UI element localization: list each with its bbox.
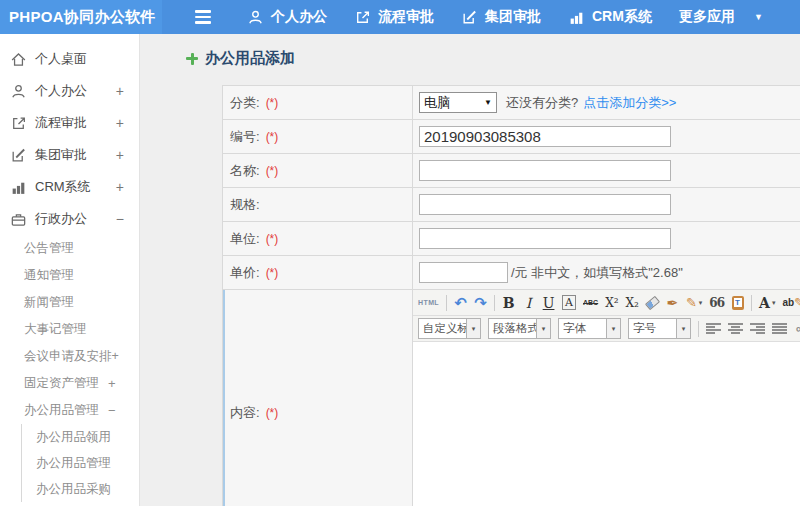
- form-row-category: 分类: (*) 电脑 ▼ 还没有分类? 点击添加分类>>: [223, 86, 800, 120]
- required-marker: (*): [266, 232, 279, 246]
- sidebar-item-announcement-mgmt[interactable]: 公告管理: [0, 235, 139, 262]
- nav-more-apps[interactable]: 更多应用 ▼: [674, 8, 768, 26]
- user-icon: [10, 83, 27, 100]
- nav-personal-office[interactable]: 个人办公: [242, 8, 332, 26]
- nav-label: CRM系统: [592, 8, 652, 26]
- main-content: 办公用品添加 分类: (*) 电脑 ▼ 还没有分类? 点击添加分类>> 编号: …: [140, 34, 800, 506]
- sidebar-item-office-supplies-manage[interactable]: 办公用品管理: [21, 450, 139, 476]
- sidebar-item-notice-mgmt[interactable]: 通知管理: [0, 262, 139, 289]
- nav-workflow-approval[interactable]: 流程审批: [349, 8, 439, 26]
- expand-icon[interactable]: +: [116, 83, 124, 99]
- expand-icon[interactable]: +: [116, 115, 124, 131]
- sidebar-item-label: 公告管理: [24, 240, 74, 257]
- name-input[interactable]: [419, 160, 671, 181]
- font-color-button[interactable]: A ▾: [759, 293, 775, 313]
- undo-icon[interactable]: ↶: [454, 293, 467, 313]
- form-row-code: 编号: (*): [223, 120, 800, 154]
- nav-group-approval[interactable]: 集团审批: [456, 8, 546, 26]
- nav-label: 集团审批: [485, 8, 541, 26]
- toolbar-separator: [494, 295, 495, 311]
- sidebar-item-personal-office[interactable]: 个人办公 +: [0, 75, 139, 107]
- html-source-button[interactable]: HTML: [418, 293, 439, 313]
- category-select[interactable]: 电脑 ▼: [419, 92, 497, 113]
- page: { "colors": { "header_blue": "#4a90df", …: [0, 0, 800, 506]
- sidebar-item-events-mgmt[interactable]: 大事记管理: [0, 316, 139, 343]
- sidebar-item-news-mgmt[interactable]: 新闻管理: [0, 289, 139, 316]
- font-family-select[interactable]: 字体 ▾: [558, 318, 621, 339]
- paste-as-text-button[interactable]: T: [731, 293, 744, 313]
- sidebar-item-label: 办公用品采购: [36, 481, 111, 498]
- spec-label: 规格:: [230, 196, 260, 214]
- form-row-content: 内容: (*) HTML ↶ ↷ B I U A ABC: [223, 290, 800, 506]
- expand-icon[interactable]: +: [116, 179, 124, 195]
- sidebar-item-label: 办公用品领用: [36, 429, 111, 446]
- align-center-icon[interactable]: [728, 323, 743, 335]
- collapse-icon[interactable]: −: [116, 211, 124, 227]
- superscript-button[interactable]: X²: [605, 293, 618, 313]
- sidebar-item-label: CRM系统: [35, 178, 91, 196]
- briefcase-icon: [10, 211, 27, 228]
- align-right-icon[interactable]: [750, 323, 765, 335]
- sidebar-item-label: 个人桌面: [35, 50, 87, 68]
- align-left-icon[interactable]: [706, 323, 721, 335]
- blockquote-button[interactable]: 66: [709, 293, 724, 313]
- dropdown-arrow-icon: ▾: [606, 319, 620, 338]
- top-bar: PHPOA协同办公软件 个人办公 流程审批: [0, 0, 800, 34]
- align-justify-icon[interactable]: [772, 323, 787, 335]
- hamburger-menu-icon[interactable]: [195, 10, 211, 23]
- home-icon: [10, 51, 27, 68]
- italic-button[interactable]: I: [522, 293, 535, 313]
- sidebar-item-office-supplies-purchase[interactable]: 办公用品采购: [21, 476, 139, 502]
- sidebar-item-fixed-assets-mgmt[interactable]: 固定资产管理 +: [0, 370, 139, 397]
- auto-typeset-button[interactable]: ✎ ▾: [686, 293, 702, 313]
- app-logo[interactable]: PHPOA协同办公软件: [0, 0, 162, 34]
- unit-input[interactable]: [419, 228, 671, 249]
- add-category-link[interactable]: 点击添加分类>>: [583, 94, 676, 112]
- sidebar-item-label: 固定资产管理: [24, 375, 99, 392]
- sidebar-item-label: 行政办公: [35, 210, 87, 228]
- select-arrow-icon: ▼: [484, 98, 492, 107]
- editor-toolbar-row1: HTML ↶ ↷ B I U A ABC X² X₂ ✒: [413, 290, 800, 316]
- sidebar-item-meeting-request[interactable]: 会议申请及安排+: [0, 343, 139, 370]
- sidebar-item-workflow-approval[interactable]: 流程审批 +: [0, 107, 139, 139]
- expand-icon[interactable]: +: [108, 376, 116, 391]
- category-selected-value: 电脑: [424, 94, 450, 112]
- caret-down-icon: ▼: [754, 12, 763, 22]
- remove-format-button[interactable]: [646, 293, 659, 313]
- pen-icon: ✎: [794, 295, 800, 310]
- sidebar-item-crm-system[interactable]: CRM系统 +: [0, 171, 139, 203]
- spec-input[interactable]: [419, 194, 671, 215]
- expand-icon[interactable]: +: [116, 147, 124, 163]
- price-input[interactable]: [419, 262, 508, 283]
- sidebar-item-personal-desktop[interactable]: 个人桌面: [0, 43, 139, 75]
- required-marker: (*): [266, 406, 279, 420]
- sidebar-item-admin-office[interactable]: 行政办公 −: [0, 203, 139, 235]
- redo-icon[interactable]: ↷: [474, 293, 487, 313]
- code-input[interactable]: [419, 126, 671, 147]
- format-brush-icon[interactable]: ✒: [666, 293, 679, 313]
- form-row-name: 名称: (*): [223, 154, 800, 188]
- code-label: 编号:: [230, 128, 260, 146]
- collapse-icon[interactable]: −: [108, 403, 116, 418]
- custom-heading-select[interactable]: 自定义标题 ▾: [418, 318, 481, 339]
- sidebar-item-office-supplies-receive[interactable]: 办公用品领用: [21, 424, 139, 450]
- paragraph-format-select[interactable]: 段落格式 ▾: [488, 318, 551, 339]
- required-marker: (*): [266, 130, 279, 144]
- highlight-color-button[interactable]: ab ✎ ▾: [782, 293, 800, 313]
- dropdown-arrow-icon: ▾: [676, 319, 690, 338]
- form-row-spec: 规格:: [223, 188, 800, 222]
- link-icon[interactable]: ∞: [794, 319, 800, 339]
- char-border-button[interactable]: A: [562, 295, 576, 310]
- sidebar-item-group-approval[interactable]: 集团审批 +: [0, 139, 139, 171]
- underline-button[interactable]: U: [542, 293, 555, 313]
- sidebar-item-label: 新闻管理: [24, 294, 74, 311]
- nav-crm-system[interactable]: CRM系统: [563, 8, 657, 26]
- content-label: 内容:: [230, 404, 260, 422]
- editor-content-area[interactable]: [413, 342, 800, 506]
- sidebar-item-office-supplies-mgmt[interactable]: 办公用品管理 −: [0, 397, 139, 424]
- font-size-select[interactable]: 字号 ▾: [628, 318, 691, 339]
- subscript-button[interactable]: X₂: [626, 293, 639, 313]
- strikethrough-button[interactable]: ABC: [583, 293, 598, 313]
- nav-label: 个人办公: [271, 8, 327, 26]
- bold-button[interactable]: B: [502, 293, 515, 313]
